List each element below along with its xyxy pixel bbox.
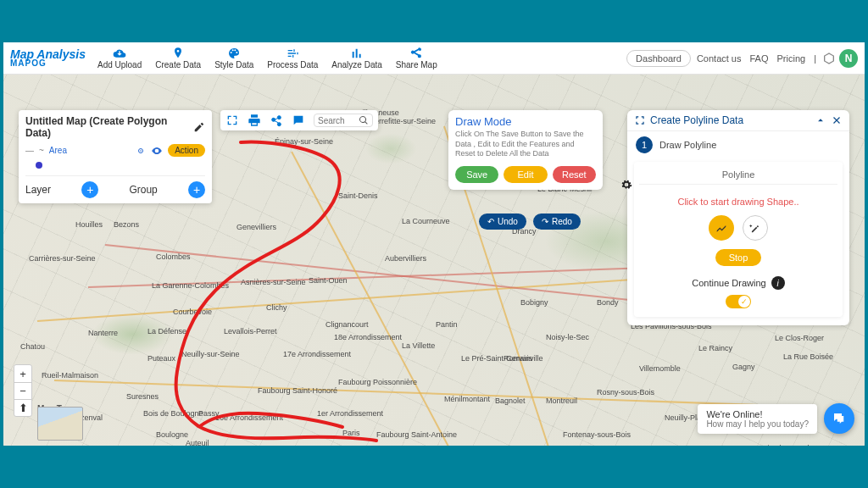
area-label[interactable]: Area xyxy=(49,146,67,155)
add-group-button[interactable]: + xyxy=(188,181,205,198)
fullscreen-icon[interactable] xyxy=(225,114,239,127)
add-layer-button[interactable]: + xyxy=(81,181,98,198)
chat-line1: We're Online! xyxy=(706,409,809,419)
draw-mode-title: Draw Mode xyxy=(455,115,596,128)
layer-label: Layer xyxy=(25,184,51,196)
zoom-in-button[interactable]: + xyxy=(14,365,31,382)
draw-hint: Click to start drawing Shape.. xyxy=(639,197,837,207)
eye-icon[interactable] xyxy=(151,145,163,157)
reset-button[interactable]: Reset xyxy=(553,166,596,183)
pricing-link[interactable]: Pricing xyxy=(775,53,809,64)
close-icon[interactable] xyxy=(831,114,843,126)
undo-button[interactable]: ↶Undo xyxy=(479,214,526,230)
action-chip[interactable]: Action xyxy=(168,144,205,157)
undo-icon: ↶ xyxy=(487,217,494,226)
step-label: Draw Polyline xyxy=(659,140,716,150)
chevron-up-icon[interactable] xyxy=(815,114,826,126)
step-number: 1 xyxy=(636,136,653,153)
sliders-icon xyxy=(286,47,299,60)
line-style-alt-icon[interactable]: ~ xyxy=(39,146,44,155)
magic-mode-button[interactable] xyxy=(743,215,768,241)
polyline-title: Create Polyline Data xyxy=(650,114,810,126)
polyline-mode-button[interactable] xyxy=(709,215,734,241)
chat-card[interactable]: We're Online! How may I help you today? xyxy=(698,404,817,434)
cloud-upload-icon xyxy=(113,47,126,60)
undo-redo-bar: ↶Undo ↷Redo xyxy=(479,214,581,230)
user-avatar[interactable]: N xyxy=(839,49,858,68)
redo-button[interactable]: ↷Redo xyxy=(533,214,581,230)
menu-add-upload[interactable]: Add Upload xyxy=(92,45,147,71)
group-label: Group xyxy=(129,184,157,196)
map-canvas[interactable]: Pierrefitte-sur-SeineStainsÉpinay-sur-Se… xyxy=(3,75,865,446)
menu-style-data[interactable]: Style Data xyxy=(209,45,259,71)
print-icon[interactable] xyxy=(248,114,261,127)
faq-link[interactable]: FAQ xyxy=(748,53,771,64)
polyline-panel: Create Polyline Data 1 Draw Polyline Pol… xyxy=(627,110,849,325)
pin-icon xyxy=(171,47,185,60)
svg-point-1 xyxy=(140,150,142,152)
continue-toggle[interactable] xyxy=(726,295,751,308)
chat-icon xyxy=(832,411,847,426)
share-toolbar-icon[interactable] xyxy=(270,114,283,127)
menu-share-map[interactable]: Share Map xyxy=(391,45,442,71)
palette-icon xyxy=(227,47,241,60)
app-window: Map Analysis MAPOG Add Upload Create Dat… xyxy=(3,42,865,446)
expand-icon[interactable] xyxy=(634,114,646,126)
section-title: Polyline xyxy=(639,167,837,185)
north-arrow-button[interactable]: ⬆ xyxy=(14,399,31,416)
panel-title: Untitled Map (Create Polygon Data) xyxy=(25,115,193,139)
top-bar: Map Analysis MAPOG Add Upload Create Dat… xyxy=(3,42,865,75)
draw-mode-panel: Draw Mode Click On The Save Button to Sa… xyxy=(448,110,603,190)
save-button[interactable]: Save xyxy=(455,166,498,183)
target-icon[interactable] xyxy=(136,146,146,156)
stop-button[interactable]: Stop xyxy=(715,249,762,266)
redo-icon: ↷ xyxy=(542,217,548,226)
chat-line2: How may I help you today? xyxy=(706,419,809,429)
zoom-out-button[interactable]: − xyxy=(14,382,31,399)
layer-preview xyxy=(25,162,205,169)
logo: Map Analysis MAPOG xyxy=(10,49,86,68)
continue-label: Continue Drawing xyxy=(692,278,765,288)
draw-mode-desc: Click On The Save Button to Save the Dat… xyxy=(455,130,596,159)
map-toolbar xyxy=(220,110,378,130)
edit-button[interactable]: Edit xyxy=(504,166,547,183)
chat-bubble-button[interactable] xyxy=(824,403,854,434)
search-input[interactable] xyxy=(318,116,359,125)
pencil-icon[interactable] xyxy=(193,121,205,133)
divider: | xyxy=(811,53,819,64)
share-icon xyxy=(409,47,423,60)
gear-icon[interactable] xyxy=(620,179,632,191)
layers-panel: Untitled Map (Create Polygon Data) — ~ A… xyxy=(19,110,212,203)
zoom-control: + − ⬆ xyxy=(14,364,32,417)
menu-create-data[interactable]: Create Data xyxy=(150,45,206,71)
search-box[interactable] xyxy=(314,114,373,127)
menu-process-data[interactable]: Process Data xyxy=(262,45,323,71)
contact-link[interactable]: Contact us xyxy=(694,53,744,64)
chart-icon xyxy=(350,47,364,60)
search-icon xyxy=(359,115,369,125)
logo-sub: MAPOG xyxy=(10,59,86,67)
menu-analyze-data[interactable]: Analyze Data xyxy=(326,45,387,71)
dashboard-button[interactable]: Dashboard xyxy=(626,50,691,67)
info-icon[interactable]: i xyxy=(771,276,785,290)
package-icon[interactable] xyxy=(822,52,836,65)
line-style-icon[interactable]: — xyxy=(25,146,34,155)
comment-icon[interactable] xyxy=(292,114,305,127)
minimap[interactable] xyxy=(37,407,83,441)
